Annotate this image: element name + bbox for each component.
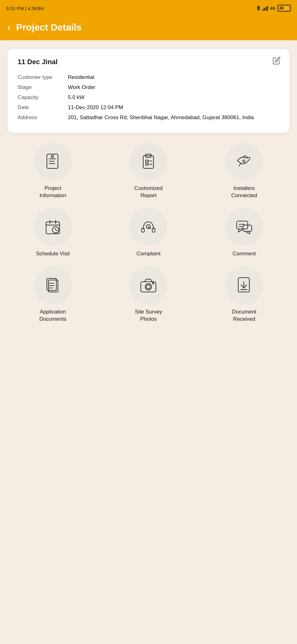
status-right: 4G 48 ⚡	[256, 5, 291, 12]
svg-rect-12	[146, 160, 149, 162]
info-value: Residential	[68, 72, 279, 82]
status-left-text: 6:51 PM | 4.5KB/s	[6, 6, 44, 11]
grid-item-complaint[interactable]: Complaint	[103, 208, 194, 258]
project-card-title: 11 Dec Jinal	[18, 58, 279, 66]
page-title: Project Details	[16, 22, 81, 33]
info-row: Address201, Sattadhar Cross Rd, Shenbhai…	[18, 113, 279, 123]
grid-item-document-received[interactable]: Document Received	[199, 266, 289, 323]
svg-rect-3	[267, 6, 268, 11]
project-information-icon	[44, 153, 62, 171]
info-label: Stage	[18, 82, 68, 92]
grid-item-customized-report[interactable]: Customized Report	[103, 143, 194, 199]
application-documents-icon	[44, 276, 62, 294]
project-information-label: Project Information	[40, 185, 66, 199]
info-value: 11-Dec-2020 12:04 PM	[68, 103, 279, 113]
bluetooth-icon	[256, 5, 261, 11]
svg-rect-0	[262, 9, 263, 11]
action-grid-section: Project Information Customized Report In…	[0, 133, 297, 336]
document-received-label: Document Received	[232, 308, 256, 323]
grid-item-comment[interactable]: Comment	[199, 208, 289, 258]
comment-label: Comment	[233, 250, 256, 258]
svg-line-23	[56, 230, 57, 231]
site-survey-photos-icon-circle	[129, 266, 167, 304]
installers-connected-label: Installers Connected	[231, 185, 257, 199]
grid-item-schedule-visit[interactable]: Schedule Visit	[8, 208, 98, 258]
installers-connected-icon	[235, 153, 253, 171]
info-row: Capacity5.0 kW	[18, 92, 279, 103]
document-received-icon-circle	[225, 266, 263, 304]
installers-connected-icon-circle	[225, 143, 263, 180]
site-survey-photos-label: Site Survey Photos	[135, 308, 162, 323]
complaint-label: Complaint	[136, 250, 161, 258]
svg-point-16	[243, 160, 245, 163]
customized-report-label: Customized Report	[135, 185, 163, 199]
project-info-table: Customer typeResidentialStageWork OrderC…	[18, 72, 279, 123]
battery-level: 48	[279, 6, 283, 10]
project-information-icon-circle	[34, 143, 72, 180]
comment-icon	[235, 218, 253, 236]
info-value: 5.0 kW	[68, 92, 279, 103]
customized-report-icon-circle	[129, 143, 167, 180]
site-survey-photos-icon	[139, 276, 157, 294]
application-documents-icon-circle	[34, 266, 72, 304]
info-row: StageWork Order	[18, 82, 279, 92]
info-row: Customer typeResidential	[18, 72, 279, 82]
svg-point-40	[152, 282, 154, 284]
info-value: 201, Sattadhar Cross Rd, Shenbhai Nagar,…	[68, 113, 279, 123]
comment-icon-circle	[225, 208, 263, 246]
grid-item-application-documents[interactable]: Application Documents	[8, 266, 98, 323]
action-grid: Project Information Customized Report In…	[8, 143, 289, 336]
schedule-visit-icon	[44, 218, 62, 236]
info-value: Work Order	[68, 82, 279, 92]
project-card: 11 Dec Jinal Customer typeResidentialSta…	[8, 49, 289, 133]
grid-item-project-information[interactable]: Project Information	[8, 143, 98, 199]
back-button[interactable]: ‹	[8, 22, 10, 32]
header: ‹ Project Details	[0, 16, 297, 40]
svg-rect-2	[266, 7, 267, 11]
svg-point-39	[146, 285, 151, 289]
application-documents-label: Application Documents	[39, 308, 66, 323]
complaint-icon	[139, 218, 157, 236]
document-received-icon	[235, 276, 253, 294]
status-bar: 6:51 PM | 4.5KB/s 4G 48 ⚡	[0, 0, 297, 16]
info-label: Date	[18, 103, 68, 113]
schedule-visit-label: Schedule Visit	[36, 250, 69, 258]
info-label: Address	[18, 113, 68, 123]
edit-button[interactable]	[272, 57, 281, 66]
svg-rect-1	[264, 8, 265, 11]
network-type: 4G	[270, 6, 275, 11]
charging-icon: ⚡	[284, 6, 289, 10]
customized-report-icon	[139, 153, 157, 171]
complaint-icon-circle	[129, 208, 167, 246]
svg-rect-13	[146, 163, 149, 165]
grid-item-installers-connected[interactable]: Installers Connected	[199, 143, 289, 199]
battery-indicator: 48 ⚡	[278, 5, 291, 12]
grid-item-site-survey-photos[interactable]: Site Survey Photos	[103, 266, 194, 323]
info-label: Capacity	[18, 92, 68, 103]
info-label: Customer type	[18, 72, 68, 82]
schedule-visit-icon-circle	[34, 208, 72, 246]
signal-icon	[262, 6, 268, 11]
info-row: Date11-Dec-2020 12:04 PM	[18, 103, 279, 113]
